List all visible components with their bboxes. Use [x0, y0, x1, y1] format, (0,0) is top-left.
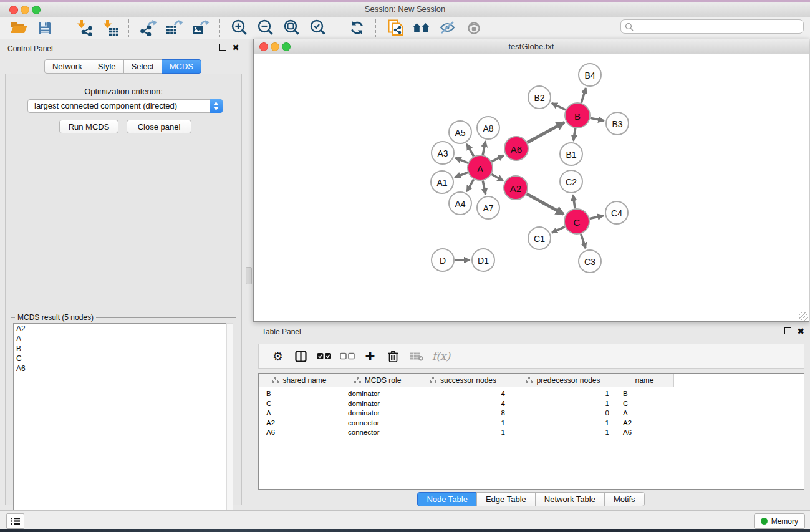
table-cell[interactable]: 1	[415, 428, 511, 438]
export-image-button[interactable]	[188, 19, 214, 37]
tab-select[interactable]: Select	[123, 59, 162, 74]
table-row[interactable]: Adominator80A	[259, 409, 804, 418]
edge-A-A2[interactable]	[491, 174, 503, 180]
table-cell[interactable]: C	[615, 399, 674, 409]
table-settings-button[interactable]: ⚙	[266, 347, 289, 365]
save-session-button[interactable]	[32, 19, 58, 37]
result-item[interactable]: C	[14, 354, 226, 364]
show-all-button[interactable]	[461, 19, 487, 37]
edge-B-B3[interactable]	[591, 118, 604, 120]
tab-mcds[interactable]: MCDS	[162, 59, 201, 74]
column-header-name[interactable]: name	[615, 374, 674, 387]
close-panel-icon[interactable]: ✖	[797, 328, 804, 334]
edge-A6-B[interactable]	[528, 122, 564, 142]
result-item[interactable]: A	[14, 334, 226, 344]
edge-A-A1[interactable]	[455, 172, 468, 177]
edge-A-A8[interactable]	[483, 142, 485, 155]
network-canvas[interactable]: B4B2BB3A5A8A6B1A3AC2A1A2A4A7C4CC1C3DD1	[254, 54, 808, 321]
result-list-scrollbar[interactable]	[226, 323, 233, 528]
zoom-in-button[interactable]	[226, 19, 253, 37]
import-network-button[interactable]	[70, 19, 97, 37]
result-item[interactable]: B	[14, 344, 226, 354]
tab-style[interactable]: Style	[90, 59, 124, 74]
table-cell[interactable]: A2	[259, 418, 340, 428]
close-panel-button[interactable]: Close panel	[127, 120, 191, 133]
column-header-shared-name[interactable]: shared name	[259, 374, 340, 387]
edge-A-A5[interactable]	[467, 144, 474, 157]
table-cell[interactable]: connector	[340, 428, 415, 438]
table-row[interactable]: A6connector11A6	[259, 428, 804, 438]
float-panel-icon[interactable]	[784, 327, 791, 334]
edge-C-C1[interactable]	[552, 227, 565, 233]
first-neighbors-button[interactable]	[408, 19, 435, 37]
table-cell[interactable]: 1	[511, 399, 615, 409]
network-from-file-button[interactable]	[382, 19, 408, 37]
table-cell[interactable]: 1	[511, 418, 615, 428]
run-mcds-button[interactable]: Run MCDS	[59, 120, 118, 133]
table-cell[interactable]: 8	[415, 409, 511, 418]
table-cell[interactable]: 1	[511, 428, 615, 438]
open-session-button[interactable]	[6, 19, 32, 37]
tab-network[interactable]: Network	[44, 59, 90, 74]
search-input[interactable]	[620, 19, 804, 34]
table-cell[interactable]: C	[259, 399, 340, 409]
split-pane-handle[interactable]	[246, 267, 252, 284]
column-header-successor-nodes[interactable]: successor nodes	[415, 374, 511, 387]
window-resize-grip[interactable]	[799, 312, 808, 321]
zoom-out-button[interactable]	[253, 19, 279, 37]
mcds-result-list[interactable]: A2ABCA6	[13, 323, 227, 529]
result-item[interactable]: A2	[14, 324, 226, 334]
table-cell[interactable]: A6	[259, 428, 340, 438]
zoom-fit-button[interactable]	[279, 19, 305, 37]
toggle-panes-button[interactable]	[289, 347, 312, 365]
column-header-predecessor-nodes[interactable]: predecessor nodes	[511, 374, 615, 387]
float-panel-icon[interactable]	[219, 44, 226, 51]
edge-A-A4[interactable]	[467, 179, 474, 191]
criterion-dropdown[interactable]: largest connected component (directed)	[27, 99, 223, 113]
table-row[interactable]: Cdominator41C	[259, 399, 804, 409]
zoom-selected-button[interactable]	[305, 19, 331, 37]
edge-C-C2[interactable]	[573, 195, 575, 208]
network-graph[interactable]: B4B2BB3A5A8A6B1A3AC2A1A2A4A7C4CC1C3DD1	[254, 54, 808, 321]
edge-A-A6[interactable]	[492, 155, 504, 162]
table-cell[interactable]: connector	[340, 418, 415, 428]
table-cell[interactable]: 1	[511, 387, 615, 399]
column-header-MCDS-role[interactable]: MCDS role	[340, 374, 415, 387]
import-table-button[interactable]	[97, 19, 123, 37]
zoom-traffic-light[interactable]	[282, 42, 291, 51]
apply-layout-button[interactable]	[344, 19, 370, 37]
delete-columns-button[interactable]	[382, 347, 405, 365]
memory-button[interactable]: Memory	[754, 513, 805, 529]
network-view-window[interactable]: testGlobe.txt B4B2BB3A5A8A6B1A3AC2A1A2A4…	[253, 39, 809, 322]
close-traffic-light[interactable]	[259, 42, 268, 51]
edge-C-C3[interactable]	[581, 234, 586, 248]
tab-network-table[interactable]: Network Table	[535, 492, 605, 506]
table-row[interactable]: Bdominator41B	[259, 387, 804, 399]
table-cell[interactable]: A	[615, 409, 674, 418]
deselect-all-button[interactable]	[335, 347, 359, 365]
zoom-traffic-light[interactable]	[32, 6, 41, 14]
table-cell[interactable]: dominator	[340, 399, 415, 409]
close-panel-icon[interactable]: ✖	[232, 44, 239, 51]
table-cell[interactable]: dominator	[340, 409, 415, 418]
export-table-button[interactable]	[162, 19, 188, 37]
function-builder-button[interactable]: f(x)	[428, 347, 451, 365]
table-cell[interactable]: A	[259, 409, 340, 418]
edge-A-A7[interactable]	[483, 181, 485, 195]
add-column-button[interactable]: ✚	[359, 347, 382, 365]
edge-B-B2[interactable]	[552, 103, 566, 110]
tab-edge-table[interactable]: Edge Table	[476, 492, 536, 506]
table-cell[interactable]: B	[259, 387, 340, 399]
network-window-titlebar[interactable]: testGlobe.txt	[254, 39, 809, 54]
export-network-button[interactable]	[135, 19, 162, 37]
close-traffic-light[interactable]	[9, 6, 18, 14]
table-row[interactable]: A2connector11A2	[259, 418, 804, 428]
table-cell[interactable]: dominator	[340, 387, 415, 399]
table-cell[interactable]: B	[615, 387, 674, 399]
tab-motifs[interactable]: Motifs	[604, 492, 645, 506]
table-cell[interactable]: 4	[415, 399, 511, 409]
app-titlebar[interactable]: Session: New Session	[0, 2, 810, 17]
task-history-button[interactable]	[6, 513, 24, 529]
table-cell[interactable]: A2	[615, 418, 674, 428]
edge-B-B4[interactable]	[581, 88, 586, 103]
